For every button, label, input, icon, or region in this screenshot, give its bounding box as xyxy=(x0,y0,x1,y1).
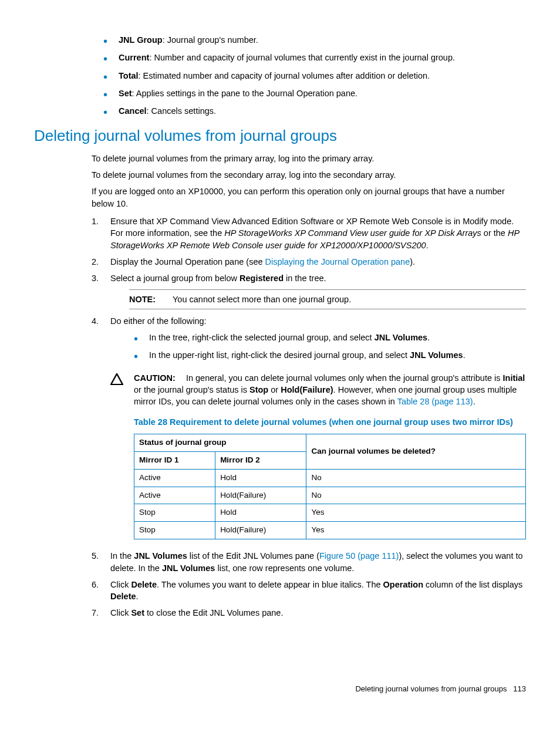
step-number: 2. xyxy=(92,256,99,268)
procedure-list: 1. Ensure that XP Command View Advanced … xyxy=(34,215,526,327)
table-subheader: Mirror ID 2 xyxy=(215,451,306,469)
step-4: 4. Do either of the following: xyxy=(92,315,526,327)
bullet-item: Current: Number and capacity of journal … xyxy=(100,52,526,63)
caution-text: In general, you can delete journal volum… xyxy=(134,373,525,407)
step-3: 3. Select a journal group from below Reg… xyxy=(92,272,526,309)
note-text: You cannot select more than one journal … xyxy=(173,295,351,304)
table-row: Stop Hold(Failure) Yes xyxy=(134,522,526,539)
step-text: Ensure that XP Command View Advanced Edi… xyxy=(110,217,519,250)
caution-wrapper: CAUTION: In general, you can delete jour… xyxy=(34,372,526,540)
journal-operation-link[interactable]: Displaying the Journal Operation pane xyxy=(265,257,410,266)
step-2: 2. Display the Journal Operation pane (s… xyxy=(92,256,526,268)
step-5: 5. In the JNL Volumes list of the Edit J… xyxy=(92,550,526,574)
bullet-item: Set: Applies settings in the pane to the… xyxy=(100,87,526,99)
bullet-item: JNL Group: Journal group's number. xyxy=(100,34,526,46)
caution-label: CAUTION: xyxy=(134,373,176,383)
step-number: 7. xyxy=(92,607,99,619)
step-1: 1. Ensure that XP Command View Advanced … xyxy=(92,215,526,251)
table-subheader: Mirror ID 1 xyxy=(134,451,215,469)
bullet-term: Set xyxy=(119,89,132,98)
bullet-desc: : Number and capacity of journal volumes… xyxy=(149,53,455,62)
step-text: In the JNL Volumes list of the Edit JNL … xyxy=(110,551,523,572)
step-6: 6. Click Delete. The volumes you want to… xyxy=(92,579,526,603)
note-label: NOTE: xyxy=(129,293,164,305)
step-number: 6. xyxy=(92,579,99,590)
table-row: Active Hold(Failure) No xyxy=(134,487,526,504)
bullet-term: JNL Group xyxy=(119,35,163,45)
step-text: Do either of the following: xyxy=(110,316,207,326)
step-text: Click Delete. The volumes you want to de… xyxy=(110,580,522,601)
page-footer: Deleting journal volumes from journal gr… xyxy=(34,684,526,694)
bullet-item: Total: Estimated number and capacity of … xyxy=(100,70,526,82)
footer-text: Deleting journal volumes from journal gr… xyxy=(355,684,507,693)
step-7: 7. Click Set to close the Edit JNL Volum… xyxy=(92,607,526,619)
table-header-row: Status of journal group Can journal volu… xyxy=(134,434,526,451)
bullet-item: Cancel: Cancels settings. xyxy=(100,105,526,117)
bullet-term: Cancel xyxy=(119,106,147,116)
figure50-link[interactable]: Figure 50 (page 111) xyxy=(319,551,399,561)
section-heading: Deleting journal volumes from journal gr… xyxy=(34,125,526,146)
procedure-list-cont: 5. In the JNL Volumes list of the Edit J… xyxy=(34,550,526,619)
step-number: 5. xyxy=(92,550,99,562)
table-header: Can journal volumes be deleted? xyxy=(306,434,526,469)
step4-sublist: In the tree, right-click the selected jo… xyxy=(34,332,526,362)
intro-para-2: To delete journal volumes from the secon… xyxy=(34,169,526,181)
bullet-item: In the tree, right-click the selected jo… xyxy=(130,332,526,343)
step-text: Select a journal group from below Regist… xyxy=(110,274,326,283)
table-header: Status of journal group xyxy=(134,434,306,451)
ref-italic: HP StorageWorks XP Command View user gui… xyxy=(224,228,481,238)
bullet-desc: : Applies settings in the pane to the Jo… xyxy=(132,89,358,98)
table28-link[interactable]: Table 28 (page 113) xyxy=(397,397,473,406)
bullet-desc: : Journal group's number. xyxy=(163,35,258,45)
note-box: NOTE: You cannot select more than one jo… xyxy=(129,289,526,309)
step-number: 1. xyxy=(92,215,99,227)
table-row: Active Hold No xyxy=(134,469,526,487)
bullet-term: Current xyxy=(119,53,149,62)
step-number: 3. xyxy=(92,272,99,284)
mirror-status-table: Status of journal group Can journal volu… xyxy=(134,434,526,539)
intro-para-1: To delete journal volumes from the prima… xyxy=(34,153,526,164)
table-caption: Table 28 Requirement to delete journal v… xyxy=(134,416,526,428)
bullet-desc: : Cancels settings. xyxy=(147,106,216,116)
caution-icon xyxy=(110,373,123,385)
step-number: 4. xyxy=(92,315,99,327)
bullet-desc: : Estimated number and capacity of journ… xyxy=(139,71,430,80)
page-number: 113 xyxy=(513,684,526,693)
step-text: Click Set to close the Edit JNL Volumes … xyxy=(110,608,283,617)
step-text: Display the Journal Operation pane (see … xyxy=(110,257,415,266)
table-row: Stop Hold Yes xyxy=(134,504,526,522)
intro-para-3: If you are logged onto an XP10000, you c… xyxy=(34,185,526,210)
bullet-item: In the upper-right list, right-click the… xyxy=(130,349,526,361)
caution-box: CAUTION: In general, you can delete jour… xyxy=(110,372,526,408)
bullet-term: Total xyxy=(119,71,139,80)
top-bullet-list: JNL Group: Journal group's number. Curre… xyxy=(34,34,526,117)
